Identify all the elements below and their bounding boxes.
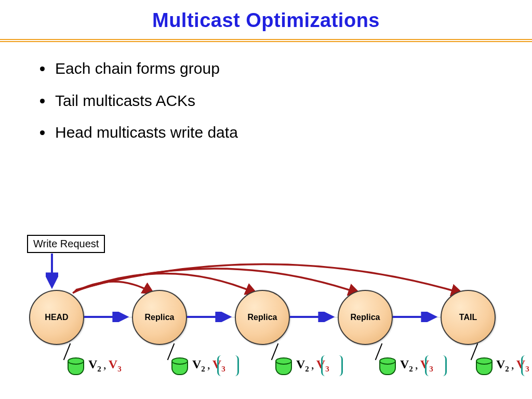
bullet-list: Each chain forms group Tail multicasts A… xyxy=(32,52,532,149)
db-connector xyxy=(471,343,478,360)
database-icon xyxy=(69,360,83,375)
node-tail: TAIL xyxy=(441,290,496,345)
divider xyxy=(0,39,532,42)
database-icon xyxy=(172,360,187,375)
database-icon xyxy=(380,360,395,375)
chain-arrow-icon xyxy=(290,312,338,322)
chain-arrow-icon xyxy=(187,312,235,322)
db-connector xyxy=(271,343,279,360)
chain-arrow-icon xyxy=(84,312,132,322)
database-icon xyxy=(477,360,491,375)
version-label: V2,V3 xyxy=(88,357,122,374)
bracket-icon xyxy=(425,355,447,376)
node-replica: Replica xyxy=(235,290,290,345)
write-request-label: Write Request xyxy=(27,235,105,253)
slide-title: Multicast Optimizations xyxy=(0,9,532,32)
bullet-item: Head multicasts write data xyxy=(53,116,532,149)
db-connector xyxy=(63,343,71,360)
db-connector xyxy=(167,343,175,360)
chain-arrow-icon xyxy=(393,312,441,322)
bracket-icon xyxy=(321,355,343,376)
bullet-item: Tail multicasts ACKs xyxy=(53,85,532,117)
bullet-item: Each chain forms group xyxy=(53,52,532,85)
bracket-icon xyxy=(217,355,239,376)
node-replica: Replica xyxy=(338,290,393,345)
node-replica: Replica xyxy=(132,290,187,345)
node-head: HEAD xyxy=(29,290,84,345)
db-connector xyxy=(375,343,383,360)
chain-diagram: Write Request HEAD Replica Replica Repli… xyxy=(0,235,532,399)
bracket-icon xyxy=(521,355,532,376)
database-icon xyxy=(276,360,291,375)
